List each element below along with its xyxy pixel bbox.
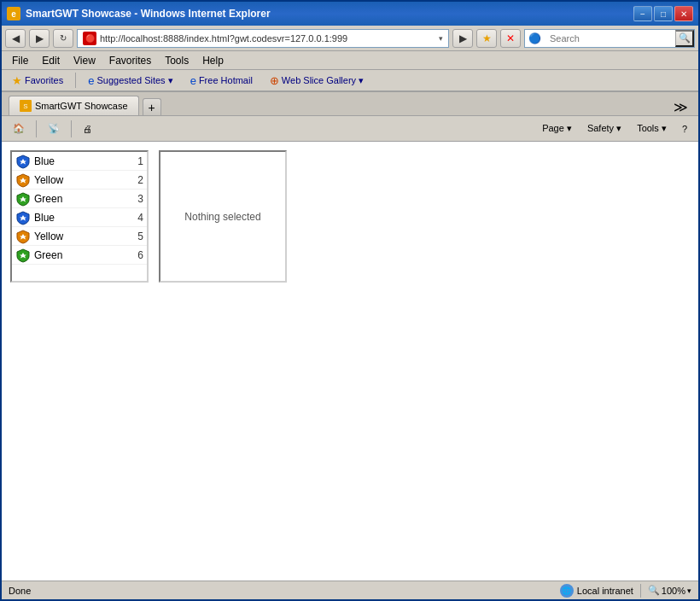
page-favicon: 🔴 xyxy=(83,32,96,45)
menu-edit[interactable]: Edit xyxy=(35,53,67,68)
minimize-button[interactable]: − xyxy=(633,6,652,21)
separator xyxy=(75,73,76,88)
item-num-5: 5 xyxy=(126,230,143,242)
search-box: 🔵 🔍 xyxy=(524,29,695,48)
toolbar-right: Page ▾ Safety ▾ Tools ▾ ? xyxy=(536,120,693,137)
shield-icon-green-3 xyxy=(15,191,31,207)
web-slice-gallery-link[interactable]: ⊕ Web Slice Gallery ▾ xyxy=(265,73,369,89)
list-item[interactable]: Yellow 2 xyxy=(12,171,147,190)
suggested-sites-link[interactable]: e Suggested Sites ▾ xyxy=(83,73,178,89)
address-text: http://localhost:8888/index.html?gwt.cod… xyxy=(100,33,435,44)
tab-list-button[interactable]: ≫ xyxy=(670,99,691,115)
list-content[interactable]: Blue 1 Yellow 2 xyxy=(12,152,147,281)
dropdown-arrow[interactable]: ▾ xyxy=(439,34,443,43)
shield-icon-blue-1 xyxy=(15,154,31,169)
security-zone: 🌐 Local intranet xyxy=(560,584,633,598)
address-field[interactable]: 🔴 http://localhost:8888/index.html?gwt.c… xyxy=(77,29,449,48)
zone-icon: 🌐 xyxy=(560,584,574,598)
detail-panel: Nothing selected xyxy=(159,150,287,283)
list-item[interactable]: Green 3 xyxy=(12,190,147,208)
restore-button[interactable]: □ xyxy=(654,6,673,21)
item-num-1: 1 xyxy=(126,155,143,167)
web-slice-icon: ⊕ xyxy=(270,74,279,87)
shield-icon-orange-2 xyxy=(15,172,31,188)
menu-help[interactable]: Help xyxy=(195,53,230,68)
favorites-button[interactable]: ★ Favorites xyxy=(7,73,68,89)
item-name-5: Yellow xyxy=(34,230,126,242)
list-item[interactable]: Blue 1 xyxy=(12,152,147,171)
free-hotmail-link[interactable]: e Free Hotmail xyxy=(185,73,258,89)
print-button[interactable]: 🖨 xyxy=(77,121,98,137)
list-item[interactable]: Blue 4 xyxy=(12,208,147,227)
browser-window: e SmartGWT Showcase - Windows Internet E… xyxy=(0,0,700,601)
safety-button[interactable]: Safety ▾ xyxy=(581,120,627,137)
list-item[interactable]: Yellow 5 xyxy=(12,227,147,246)
zoom-dropdown-icon: ▾ xyxy=(687,586,691,595)
shield-icon-blue-4 xyxy=(15,210,31,225)
search-engine-icon: 🔵 xyxy=(525,32,545,44)
item-num-2: 2 xyxy=(126,174,143,186)
item-name-4: Blue xyxy=(34,212,126,224)
close-button[interactable]: ✕ xyxy=(674,6,693,21)
zone-label: Local intranet xyxy=(577,586,633,596)
feeds-button[interactable]: 📡 xyxy=(42,120,66,137)
favorites-label: Favorites xyxy=(25,75,63,85)
ie-toolbar: 🏠 📡 🖨 Page ▾ Safety ▾ Tools ▾ ? xyxy=(2,116,698,142)
free-hotmail-label: Free Hotmail xyxy=(199,75,253,85)
shield-icon-orange-5 xyxy=(15,229,31,244)
active-tab[interactable]: S SmartGWT Showcase xyxy=(9,96,139,115)
item-num-6: 6 xyxy=(126,249,143,261)
menu-bar: File Edit View Favorites Tools Help xyxy=(2,51,698,70)
tab-bar: S SmartGWT Showcase + ≫ xyxy=(2,92,698,116)
go-button[interactable]: ▶ xyxy=(452,29,473,48)
status-bar: Done 🌐 Local intranet 🔍 100% ▾ xyxy=(2,581,698,599)
item-name-1: Blue xyxy=(34,155,126,167)
new-tab-button[interactable]: + xyxy=(143,98,161,115)
address-bar: ◀ ▶ ↻ 🔴 http://localhost:8888/index.html… xyxy=(2,26,698,51)
safety-label: Safety ▾ xyxy=(587,123,621,134)
tab-label: SmartGWT Showcase xyxy=(35,101,128,111)
forward-button[interactable]: ▶ xyxy=(29,29,50,48)
menu-favorites[interactable]: Favorites xyxy=(102,53,158,68)
page-button[interactable]: Page ▾ xyxy=(536,120,578,137)
menu-tools[interactable]: Tools xyxy=(158,53,195,68)
search-button[interactable]: 🔍 xyxy=(675,30,694,47)
stop-button[interactable]: ✕ xyxy=(500,29,521,48)
browser-icon: e xyxy=(7,7,20,20)
item-name-6: Green xyxy=(34,249,126,261)
toolbar-left: 🏠 📡 🖨 xyxy=(7,120,98,137)
tools-button[interactable]: Tools ▾ xyxy=(631,120,673,137)
list-item[interactable]: Green 6 xyxy=(12,246,147,265)
search-input[interactable] xyxy=(545,32,675,45)
add-favorites-button[interactable]: ★ xyxy=(476,29,497,48)
nothing-selected-text: Nothing selected xyxy=(184,211,260,223)
favorites-star-icon: ★ xyxy=(12,74,22,87)
hotmail-icon: e xyxy=(190,74,196,87)
ie-icon: e xyxy=(88,74,94,87)
back-button[interactable]: ◀ xyxy=(5,29,26,48)
refresh-button[interactable]: ↻ xyxy=(53,29,73,48)
home-button[interactable]: 🏠 xyxy=(7,120,31,137)
shield-icon-green-6 xyxy=(15,248,31,263)
content-area: Blue 1 Yellow 2 xyxy=(2,142,698,581)
window-controls: − □ ✕ xyxy=(633,6,693,21)
item-num-4: 4 xyxy=(126,212,143,224)
zoom-control[interactable]: 🔍 100% ▾ xyxy=(648,585,691,596)
web-slice-label: Web Slice Gallery ▾ xyxy=(282,75,364,86)
menu-view[interactable]: View xyxy=(67,53,102,68)
item-name-3: Green xyxy=(34,193,126,205)
status-left: Done xyxy=(9,586,31,596)
title-bar-left: e SmartGWT Showcase - Windows Internet E… xyxy=(7,7,271,20)
favorites-bar: ★ Favorites e Suggested Sites ▾ e Free H… xyxy=(2,70,698,92)
toolbar-sep-2 xyxy=(71,120,72,137)
help-button[interactable]: ? xyxy=(676,121,693,137)
item-num-3: 3 xyxy=(126,193,143,205)
zoom-label: 100% xyxy=(662,586,685,596)
toolbar-sep-1 xyxy=(36,120,37,137)
list-panel: Blue 1 Yellow 2 xyxy=(10,150,149,283)
window-title: SmartGWT Showcase - Windows Internet Exp… xyxy=(26,8,271,20)
item-name-2: Yellow xyxy=(34,174,126,186)
status-sep xyxy=(640,584,641,598)
tab-favicon: S xyxy=(20,100,32,112)
menu-file[interactable]: File xyxy=(5,53,35,68)
